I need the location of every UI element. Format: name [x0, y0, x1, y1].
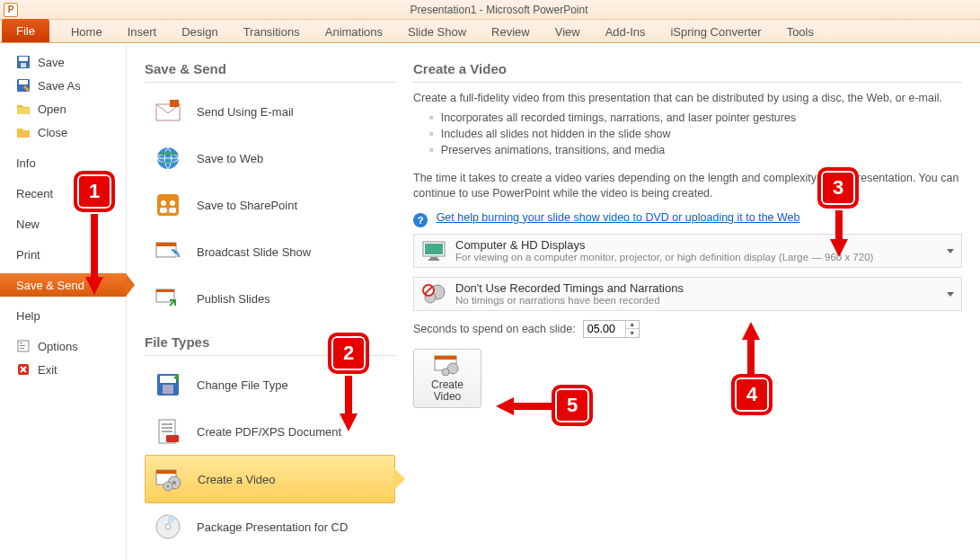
- menu-new-label: New: [16, 218, 40, 231]
- menu-options-label: Options: [38, 340, 78, 353]
- svg-rect-57: [91, 214, 98, 279]
- package-cd-label: Package Presentation for CD: [197, 520, 348, 534]
- broadcast-icon: [154, 237, 182, 266]
- sharepoint-icon: [154, 191, 182, 219]
- menu-save-as[interactable]: Save As: [0, 74, 126, 97]
- tab-ispring[interactable]: iSpring Converter: [658, 22, 773, 42]
- svg-marker-60: [340, 413, 358, 431]
- tab-transitions[interactable]: Transitions: [231, 22, 313, 42]
- create-pdf-item[interactable]: Create PDF/XPS Document: [145, 408, 395, 455]
- tab-tools[interactable]: Tools: [774, 22, 826, 42]
- save-web-item[interactable]: Save to Web: [145, 135, 395, 182]
- svg-rect-54: [435, 356, 456, 360]
- spinner-up[interactable]: ▲: [626, 321, 639, 329]
- publish-slides-item[interactable]: Publish Slides: [145, 275, 395, 322]
- create-pdf-label: Create PDF/XPS Document: [197, 425, 341, 439]
- tab-insert[interactable]: Insert: [115, 22, 170, 42]
- timings-dropdown[interactable]: Don't Use Recorded Timings and Narration…: [413, 277, 962, 311]
- svg-rect-1: [19, 57, 28, 61]
- svg-rect-8: [20, 348, 24, 349]
- menu-save-send[interactable]: Save & Send: [0, 273, 126, 297]
- create-video-panel: Create a Video Create a full-fidelity vi…: [395, 43, 980, 560]
- create-video-heading: Create a Video: [413, 61, 962, 76]
- menu-save-as-label: Save As: [38, 79, 81, 93]
- file-menu-sidebar: Save Save As Open Close Info Recent New …: [0, 43, 126, 560]
- menu-close[interactable]: Close: [0, 120, 126, 144]
- annotation-arrow-5: [496, 397, 552, 415]
- dd-quality-sub: For viewing on a computer monitor, proje…: [455, 252, 873, 262]
- dd-timings-title: Don't Use Recorded Timings and Narration…: [455, 281, 684, 295]
- video-icon: [155, 465, 183, 493]
- menu-exit-label: Exit: [38, 363, 57, 377]
- menu-open[interactable]: Open: [0, 97, 126, 120]
- divider: [145, 82, 395, 83]
- save-sharepoint-label: Save to SharePoint: [197, 199, 297, 212]
- send-email-item[interactable]: Send Using E-mail: [145, 88, 395, 135]
- svg-rect-31: [166, 435, 179, 442]
- create-video-button[interactable]: Create Video: [413, 349, 481, 408]
- spinner-down[interactable]: ▼: [626, 329, 639, 337]
- svg-rect-28: [162, 423, 172, 425]
- broadcast-item[interactable]: Broadcast Slide Show: [145, 228, 395, 275]
- display-quality-dropdown[interactable]: Computer & HD Displays For viewing on a …: [413, 234, 962, 268]
- annotation-badge-5: 5: [552, 385, 593, 426]
- annotation-badge-4: 4: [731, 374, 773, 415]
- chevron-down-icon: [947, 249, 954, 253]
- tab-home[interactable]: Home: [58, 22, 115, 42]
- menu-help-label: Help: [16, 309, 40, 323]
- svg-rect-11: [170, 100, 179, 107]
- svg-rect-47: [430, 257, 437, 259]
- tab-slideshow[interactable]: Slide Show: [395, 22, 479, 42]
- tab-animations[interactable]: Animations: [313, 22, 395, 42]
- save-sharepoint-item[interactable]: Save to SharePoint: [145, 182, 395, 228]
- svg-point-36: [172, 481, 176, 484]
- tab-file[interactable]: File: [2, 19, 49, 42]
- menu-help[interactable]: Help: [0, 304, 126, 327]
- help-row: ? Get help burning your slide show video…: [413, 210, 962, 225]
- menu-exit[interactable]: Exit: [0, 358, 126, 381]
- menu-options[interactable]: Options: [0, 334, 126, 358]
- svg-point-37: [167, 485, 170, 488]
- window-title: Presentation1 - Microsoft PowerPoint: [18, 4, 980, 16]
- menu-close-label: Close: [38, 126, 67, 139]
- chevron-down-icon: [947, 292, 954, 297]
- broadcast-label: Broadcast Slide Show: [197, 245, 311, 259]
- menu-new[interactable]: New: [0, 212, 126, 236]
- annotation-arrow-1: [85, 214, 103, 295]
- save-icon: [16, 55, 31, 69]
- svg-rect-19: [169, 208, 176, 213]
- svg-point-16: [161, 200, 166, 206]
- tab-view[interactable]: View: [543, 22, 593, 42]
- create-handouts-item[interactable]: Create Handouts: [145, 550, 395, 560]
- tab-review[interactable]: Review: [479, 22, 543, 42]
- package-cd-item[interactable]: Package Presentation for CD: [145, 503, 395, 550]
- tab-addins[interactable]: Add-Ins: [593, 22, 658, 42]
- svg-rect-48: [428, 259, 439, 261]
- svg-marker-63: [742, 322, 760, 340]
- tab-design[interactable]: Design: [169, 22, 230, 42]
- svg-rect-46: [425, 244, 443, 254]
- svg-rect-64: [747, 338, 755, 374]
- create-video-note: The time it takes to create a video vari…: [413, 171, 962, 201]
- options-icon: [16, 339, 31, 353]
- timings-icon: [421, 281, 446, 307]
- help-link[interactable]: Get help burning your slide show video t…: [437, 211, 800, 224]
- menu-print[interactable]: Print: [0, 243, 126, 266]
- svg-rect-66: [512, 403, 552, 410]
- menu-save[interactable]: Save: [0, 50, 126, 74]
- svg-rect-30: [162, 431, 172, 432]
- svg-point-17: [170, 200, 175, 206]
- cd-icon: [154, 512, 182, 541]
- publish-icon: [154, 284, 182, 313]
- seconds-input[interactable]: [584, 321, 625, 337]
- cv-label-1: Create: [431, 378, 464, 391]
- svg-rect-7: [20, 345, 25, 346]
- send-email-label: Send Using E-mail: [197, 105, 294, 119]
- create-video-item[interactable]: Create a Video: [145, 455, 395, 503]
- menu-info-label: Info: [16, 156, 36, 170]
- svg-rect-18: [160, 208, 167, 213]
- seconds-label: Seconds to spend on each slide:: [413, 323, 576, 335]
- seconds-spinner[interactable]: ▲ ▼: [583, 320, 640, 338]
- web-icon: [154, 144, 182, 173]
- monitor-icon: [421, 238, 446, 263]
